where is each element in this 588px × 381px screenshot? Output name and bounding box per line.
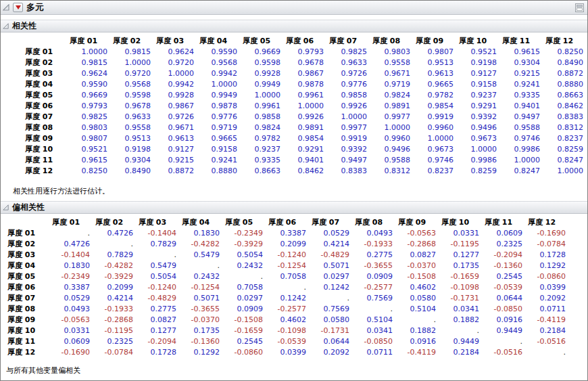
value-cell: 0.9986 <box>455 155 498 166</box>
row-header: 厚度 09 <box>24 133 66 144</box>
value-cell: 0.9867 <box>282 68 325 79</box>
value-cell: 0.9960 <box>368 133 412 144</box>
value-cell: 0.1242 <box>264 293 308 304</box>
value-cell: -0.0539 <box>481 282 524 293</box>
value-cell: 0.2092 <box>524 293 567 304</box>
value-cell: -0.4119 <box>524 315 567 326</box>
value-cell: 0.5104 <box>394 304 437 315</box>
value-cell: 0.9928 <box>152 90 195 101</box>
corner-cell <box>24 36 66 47</box>
value-cell: 0.9926 <box>282 112 325 122</box>
value-cell: 1.0000 <box>152 68 195 79</box>
value-cell: 0.9624 <box>152 47 195 58</box>
value-cell: 0.0529 <box>308 228 351 239</box>
value-cell: 0.2325 <box>91 336 134 347</box>
collapse-triangle-icon[interactable] <box>3 4 9 11</box>
table-row: 厚度 040.95900.95680.99421.00000.99490.987… <box>24 79 585 90</box>
value-cell: 1.0000 <box>541 166 585 177</box>
value-cell: 0.9726 <box>325 68 368 79</box>
value-cell: 0.9746 <box>498 133 541 144</box>
value-cell: 0.0909 <box>221 304 264 315</box>
value-cell: 0.9237 <box>455 90 498 101</box>
value-cell: -0.0563 <box>394 228 437 239</box>
value-cell: 0.0580 <box>308 315 351 326</box>
column-header: 厚度 06 <box>282 36 325 47</box>
value-cell: 0.2775 <box>134 304 178 315</box>
table-row: 厚度 060.97930.96780.98670.98780.99611.000… <box>24 101 585 112</box>
value-cell: . <box>264 282 308 293</box>
window-icon[interactable] <box>575 3 584 12</box>
value-cell: 0.9678 <box>282 58 325 68</box>
value-cell: 0.4214 <box>91 293 134 304</box>
value-cell: 0.8490 <box>541 58 585 68</box>
value-cell: 0.7058 <box>221 282 264 293</box>
table-row: 厚度 100.0331-0.11950.12770.1735-0.1659-0.… <box>6 326 567 336</box>
row-header: 厚度 07 <box>6 293 48 304</box>
value-cell: 0.8237 <box>541 133 585 144</box>
column-header: 厚度 07 <box>325 36 368 47</box>
row-header: 厚度 07 <box>24 112 66 122</box>
value-cell: 0.9858 <box>325 90 368 101</box>
value-cell: 0.2432 <box>178 271 221 282</box>
value-cell: -0.1240 <box>134 282 178 293</box>
value-cell: 0.1830 <box>48 261 91 271</box>
red-triangle-menu-icon[interactable] <box>13 3 23 12</box>
value-cell: 0.9949 <box>195 90 239 101</box>
collapse-triangle-icon[interactable] <box>3 23 9 29</box>
value-cell: -0.0784 <box>524 239 567 250</box>
value-cell: 0.9613 <box>412 68 455 79</box>
value-cell: -0.2577 <box>351 282 394 293</box>
column-header: 厚度 08 <box>351 217 394 228</box>
value-cell: -0.0516 <box>524 336 567 347</box>
row-header: 厚度 04 <box>6 261 48 271</box>
value-cell: -0.1659 <box>437 271 481 282</box>
value-cell: -0.0370 <box>178 315 221 326</box>
value-cell: 0.9588 <box>368 155 412 166</box>
value-cell: 0.5054 <box>134 271 178 282</box>
row-header: 厚度 02 <box>24 58 66 68</box>
collapse-triangle-icon[interactable] <box>3 204 9 210</box>
value-cell: 0.9291 <box>282 144 325 155</box>
value-cell: . <box>437 326 481 336</box>
value-cell: -0.1508 <box>394 271 437 282</box>
table-row: 厚度 070.98250.96330.97260.97760.98580.992… <box>24 112 585 122</box>
value-cell: -0.0860 <box>524 271 567 282</box>
value-cell: 1.0000 <box>455 144 498 155</box>
value-cell: 0.1728 <box>134 347 178 358</box>
value-cell: 0.9665 <box>195 133 239 144</box>
value-cell: -0.2094 <box>481 250 524 261</box>
value-cell: 0.9928 <box>239 68 282 79</box>
value-cell: 0.0609 <box>481 228 524 239</box>
value-cell: 0.7569 <box>351 293 394 304</box>
value-cell: 0.9513 <box>412 58 455 68</box>
value-cell: 0.9669 <box>239 47 282 58</box>
value-cell: 0.9720 <box>152 58 195 68</box>
value-cell: 0.0909 <box>351 271 394 282</box>
row-header: 厚度 05 <box>24 90 66 101</box>
value-cell: 0.9521 <box>66 144 109 155</box>
outline-header-partial-correlations: 偏相关性 <box>1 201 587 214</box>
value-cell: 0.9878 <box>195 101 239 112</box>
value-cell: 0.8663 <box>541 90 585 101</box>
value-cell: 0.9158 <box>195 144 239 155</box>
value-cell: 0.9304 <box>109 155 152 166</box>
value-cell: 0.9496 <box>455 122 498 133</box>
value-cell: -0.4282 <box>178 239 221 250</box>
value-cell: 0.0493 <box>48 304 91 315</box>
column-header: 厚度 11 <box>498 36 541 47</box>
column-header: 厚度 06 <box>264 217 308 228</box>
row-header: 厚度 10 <box>24 144 66 155</box>
value-cell: 0.9825 <box>66 112 109 122</box>
value-cell: 0.9392 <box>325 144 368 155</box>
value-cell: -0.1254 <box>264 261 308 271</box>
value-cell: 1.0000 <box>66 47 109 58</box>
value-cell: 0.8237 <box>412 166 455 177</box>
value-cell: -0.0860 <box>221 347 264 358</box>
value-cell: -0.1195 <box>91 326 134 336</box>
column-header: 厚度 09 <box>412 36 455 47</box>
value-cell: 0.0399 <box>524 282 567 293</box>
row-header: 厚度 02 <box>6 239 48 250</box>
value-cell: 0.0711 <box>524 304 567 315</box>
value-cell: -0.3929 <box>91 271 134 282</box>
value-cell: 0.2325 <box>481 239 524 250</box>
